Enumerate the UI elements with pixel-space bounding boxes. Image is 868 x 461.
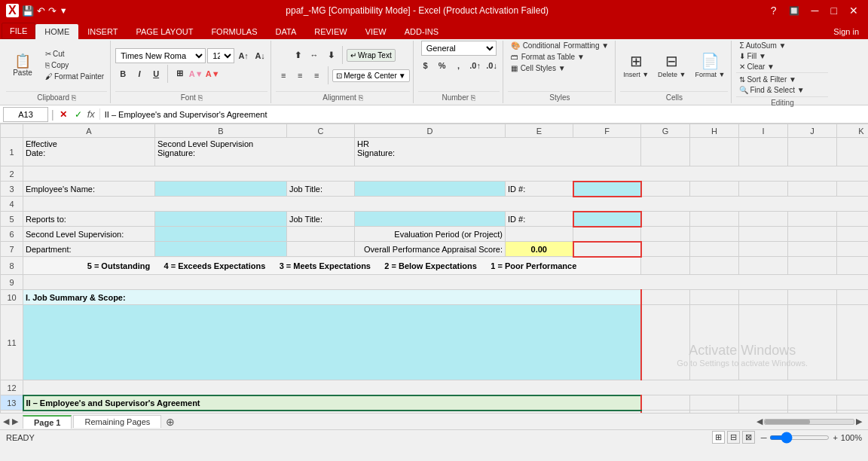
cell-k14[interactable] (837, 411, 869, 414)
decrease-decimal-btn[interactable]: .0↓ (484, 58, 500, 73)
cell-i10[interactable] (739, 290, 788, 305)
cell-k5[interactable] (837, 212, 869, 227)
cell-k10[interactable] (837, 290, 869, 305)
bold-btn[interactable]: B (115, 66, 130, 81)
font-size-select[interactable]: 12 (207, 48, 234, 63)
cell-k13[interactable] (837, 395, 869, 411)
cell-a5[interactable]: Reports to: (23, 212, 155, 227)
col-header-e[interactable]: E (506, 124, 573, 138)
tab-view[interactable]: VIEW (356, 24, 396, 39)
cell-j14[interactable] (788, 411, 837, 414)
cell-d6[interactable]: Evaluation Period (or Project) (355, 227, 506, 242)
window-close-icon[interactable]: ✕ (845, 3, 862, 18)
scroll-wrapper[interactable]: A B C D E F G H I J K 1 EffectiveDate: (0, 124, 868, 413)
cell-a11[interactable] (23, 305, 641, 380)
zoom-slider[interactable] (769, 435, 830, 440)
cell-h10[interactable] (690, 290, 739, 305)
align-top-btn[interactable]: ⬆ (290, 47, 305, 63)
cell-j3[interactable] (788, 182, 837, 197)
scroll-left-tab-icon[interactable]: ◀ (3, 417, 9, 426)
find-select-button[interactable]: 🔍 Find & Select ▼ (736, 85, 828, 95)
format-button[interactable]: 📄 Format ▼ (692, 50, 729, 80)
zoom-in-icon[interactable]: + (833, 433, 837, 442)
cell-styles-button[interactable]: ▦ Cell Styles ▼ (508, 63, 569, 73)
cell-g10[interactable] (641, 290, 690, 305)
increase-decimal-btn[interactable]: .0↑ (468, 58, 483, 73)
cell-c5[interactable]: Job Title: (287, 212, 355, 227)
col-header-c[interactable]: C (287, 124, 355, 138)
cell-h7[interactable] (690, 242, 739, 257)
cell-i5[interactable] (739, 212, 788, 227)
cell-j8[interactable] (788, 257, 837, 275)
cell-k1[interactable] (837, 138, 869, 166)
tab-insert[interactable]: INSERT (78, 24, 127, 39)
cell-f5[interactable] (573, 212, 641, 227)
quick-save-icon[interactable]: 💾 (22, 5, 34, 17)
cell-h14[interactable] (690, 411, 739, 414)
fill-color-btn[interactable]: A▼ (188, 66, 203, 81)
cell-reference-input[interactable] (3, 107, 48, 122)
cell-i13[interactable] (739, 395, 788, 411)
autosum-button[interactable]: Σ AutoSum ▼ (736, 41, 789, 50)
cell-h1[interactable] (690, 138, 739, 166)
tab-add-ins[interactable]: ADD-INS (396, 24, 448, 39)
tab-page-layout[interactable]: PAGE LAYOUT (127, 24, 202, 39)
accounting-btn[interactable]: $ (418, 58, 433, 73)
cell-d5[interactable] (355, 212, 506, 227)
col-header-g[interactable]: G (641, 124, 690, 138)
normal-view-icon[interactable]: ⊞ (712, 431, 725, 444)
fill-button[interactable]: ⬇ Fill ▼ (736, 51, 769, 61)
cell-f7[interactable] (573, 242, 641, 257)
cell-f6[interactable] (573, 227, 641, 242)
zoom-out-icon[interactable]: ─ (761, 433, 767, 442)
cell-a1[interactable]: EffectiveDate: (23, 138, 155, 166)
tab-home[interactable]: HOME (35, 24, 78, 39)
cell-c7[interactable] (287, 242, 355, 257)
undo-icon[interactable]: ↶ (37, 5, 45, 17)
col-header-f[interactable]: F (573, 124, 641, 138)
cell-h11[interactable] (690, 305, 739, 380)
cell-g8[interactable] (641, 257, 690, 275)
scroll-bar-left-icon[interactable]: ◀ (756, 417, 763, 426)
cell-a4[interactable] (23, 197, 869, 212)
col-header-a[interactable]: A (23, 124, 155, 138)
cell-a9[interactable] (23, 275, 869, 290)
sheet-tab-remaining[interactable]: Remaining Pages (73, 415, 161, 428)
paste-button[interactable]: 📋 Paste (6, 53, 39, 78)
format-as-table-button[interactable]: 🗃 Format as Table ▼ (508, 52, 588, 62)
cell-a10[interactable]: I. Job Summary & Scope: (23, 290, 641, 305)
cell-g5[interactable] (641, 212, 690, 227)
alignment-expand-icon[interactable]: ⎘ (359, 93, 363, 102)
cell-g11[interactable] (641, 305, 690, 380)
redo-icon[interactable]: ↷ (48, 5, 57, 17)
number-format-select[interactable]: General (421, 41, 497, 56)
cell-g7[interactable] (641, 242, 690, 257)
align-center-btn[interactable]: ≡ (292, 68, 307, 83)
wrap-text-button[interactable]: ↵ Wrap Text (347, 49, 396, 62)
cell-j5[interactable] (788, 212, 837, 227)
decrease-font-btn[interactable]: A↓ (252, 48, 267, 63)
cell-i11[interactable] (739, 305, 788, 380)
cell-j10[interactable] (788, 290, 837, 305)
cell-d3[interactable] (355, 182, 506, 197)
cell-a12[interactable] (23, 380, 869, 395)
cell-k6[interactable] (837, 227, 869, 242)
col-header-h[interactable]: H (690, 124, 739, 138)
merge-center-button[interactable]: ⊡ Merge & Center ▼ (332, 69, 410, 82)
cell-e3[interactable]: ID #: (506, 182, 573, 197)
sheet-tab-page1[interactable]: Page 1 (23, 415, 72, 429)
sort-filter-button[interactable]: ⇅ Sort & Filter ▼ (736, 75, 828, 84)
cut-button[interactable]: ✂ Cut (42, 49, 107, 59)
conditional-formatting-button[interactable]: 🎨 Conditional Formatting ▼ (508, 41, 613, 50)
cell-i8[interactable] (739, 257, 788, 275)
cell-b1[interactable]: Second Level SupervisionSignature: (155, 138, 355, 166)
cell-k8[interactable] (837, 257, 869, 275)
format-painter-button[interactable]: 🖌 Format Painter (42, 72, 107, 81)
cell-i3[interactable] (739, 182, 788, 197)
customize-icon[interactable]: ▼ (60, 6, 68, 15)
cell-j7[interactable] (788, 242, 837, 257)
cell-a13[interactable]: II – Employee's and Supervisor's Agreeme… (23, 395, 641, 411)
col-header-k[interactable]: K (837, 124, 869, 138)
cell-h3[interactable] (690, 182, 739, 197)
cell-h8[interactable] (690, 257, 739, 275)
